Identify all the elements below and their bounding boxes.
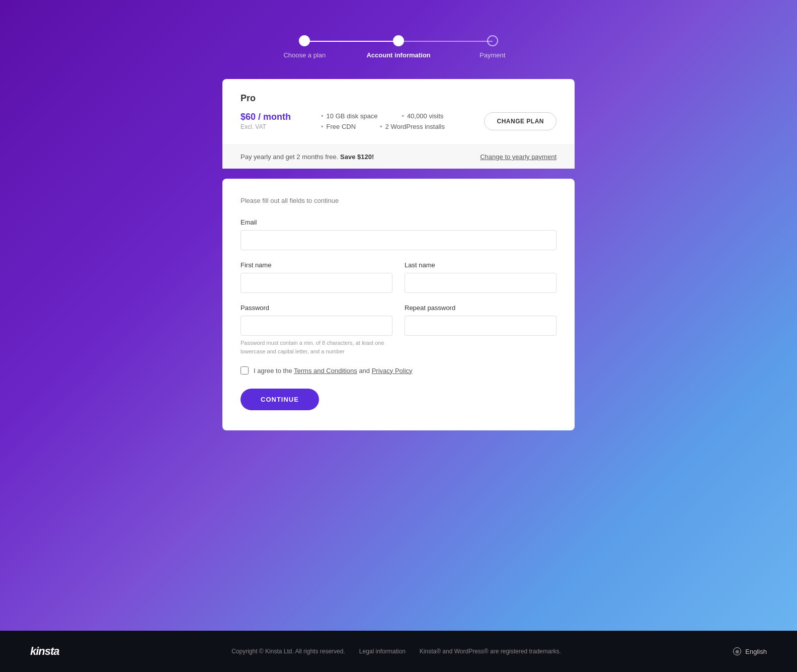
footer-copyright: Copyright © Kinsta Ltd. All rights reser… xyxy=(231,648,345,655)
plan-details: $60 / month Excl. VAT • 10 GB disk space… xyxy=(241,112,556,130)
form-subtitle: Please fill out all fields to continue xyxy=(241,197,556,204)
repeat-password-input[interactable] xyxy=(405,316,556,336)
footer-legal-link[interactable]: Legal information xyxy=(359,648,406,655)
stepper-container: Choose a plan Account information Paymen… xyxy=(0,20,797,79)
first-name-label: First name xyxy=(241,261,392,269)
name-row: First name Last name xyxy=(241,261,556,293)
step-line-1 xyxy=(304,41,398,42)
last-name-input[interactable] xyxy=(405,273,556,293)
step-label-2: Account information xyxy=(366,51,430,59)
first-name-input[interactable] xyxy=(241,273,392,293)
feature-wordpress: • 2 WordPress installs xyxy=(380,123,445,130)
step-choose-plan: Choose a plan xyxy=(258,35,352,59)
step-line-2 xyxy=(398,41,493,42)
repeat-password-label: Repeat password xyxy=(405,304,556,312)
privacy-link[interactable]: Privacy Policy xyxy=(372,367,413,375)
plan-excl-vat: Excl. VAT xyxy=(241,123,321,130)
feature-disk: • 10 GB disk space xyxy=(321,112,377,120)
main-background: Choose a plan Account information Paymen… xyxy=(0,0,797,631)
yearly-banner: Pay yearly and get 2 months free. Save $… xyxy=(222,144,575,169)
stepper: Choose a plan Account information Paymen… xyxy=(258,35,539,59)
password-group: Password Password must contain a min. of… xyxy=(241,304,392,355)
step-label-1: Choose a plan xyxy=(283,51,326,59)
step-account-info: Account information xyxy=(352,35,446,59)
email-input[interactable] xyxy=(241,230,556,250)
step-label-3: Payment xyxy=(480,51,505,59)
continue-button[interactable]: CONTINUE xyxy=(241,389,319,410)
terms-checkbox[interactable] xyxy=(241,366,249,375)
password-hint: Password must contain a min. of 8 charac… xyxy=(241,339,392,355)
repeat-password-group: Repeat password xyxy=(405,304,556,355)
step-circle-3 xyxy=(487,35,498,46)
terms-label: I agree to the Terms and Conditions and … xyxy=(254,367,413,375)
change-plan-button[interactable]: CHANGE PLAN xyxy=(484,112,556,130)
content-wrapper: Pro $60 / month Excl. VAT • 10 GB disk s… xyxy=(222,79,575,430)
plan-price-section: $60 / month Excl. VAT xyxy=(241,112,321,130)
yearly-payment-link[interactable]: Change to yearly payment xyxy=(480,153,556,161)
footer-logo: kinsta xyxy=(30,645,59,658)
footer-language: English xyxy=(745,648,767,655)
globe-icon: ⊕ xyxy=(733,647,741,655)
footer-center: Copyright © Kinsta Ltd. All rights reser… xyxy=(231,648,561,655)
terms-row: I agree to the Terms and Conditions and … xyxy=(241,366,556,375)
feature-group-2: • Free CDN • 2 WordPress installs xyxy=(321,123,484,130)
password-input[interactable] xyxy=(241,316,392,336)
email-label: Email xyxy=(241,218,556,226)
yearly-save: Save $120! xyxy=(340,153,374,161)
form-card: Please fill out all fields to continue E… xyxy=(222,179,575,430)
last-name-group: Last name xyxy=(405,261,556,293)
feature-cdn: • Free CDN xyxy=(321,123,356,130)
yearly-text: Pay yearly and get 2 months free. Save $… xyxy=(241,153,374,161)
footer-trademark: Kinsta® and WordPress® are registered tr… xyxy=(420,648,561,655)
plan-card: Pro $60 / month Excl. VAT • 10 GB disk s… xyxy=(222,79,575,144)
plan-price: $60 / month xyxy=(241,112,321,122)
feature-group-1: • 10 GB disk space • 40,000 visits xyxy=(321,112,484,120)
terms-link[interactable]: Terms and Conditions xyxy=(294,367,357,375)
feature-visits: • 40,000 visits xyxy=(402,112,443,120)
footer-right: ⊕ English xyxy=(733,647,767,655)
password-label: Password xyxy=(241,304,392,312)
step-circle-2 xyxy=(393,35,404,46)
step-payment: Payment xyxy=(445,35,539,59)
email-group: Email xyxy=(241,218,556,250)
plan-title: Pro xyxy=(241,93,556,104)
password-row: Password Password must contain a min. of… xyxy=(241,304,556,355)
step-circle-1 xyxy=(299,35,310,46)
first-name-group: First name xyxy=(241,261,392,293)
footer: kinsta Copyright © Kinsta Ltd. All right… xyxy=(0,631,797,672)
plan-features: • 10 GB disk space • 40,000 visits • Fre… xyxy=(321,112,484,130)
last-name-label: Last name xyxy=(405,261,556,269)
